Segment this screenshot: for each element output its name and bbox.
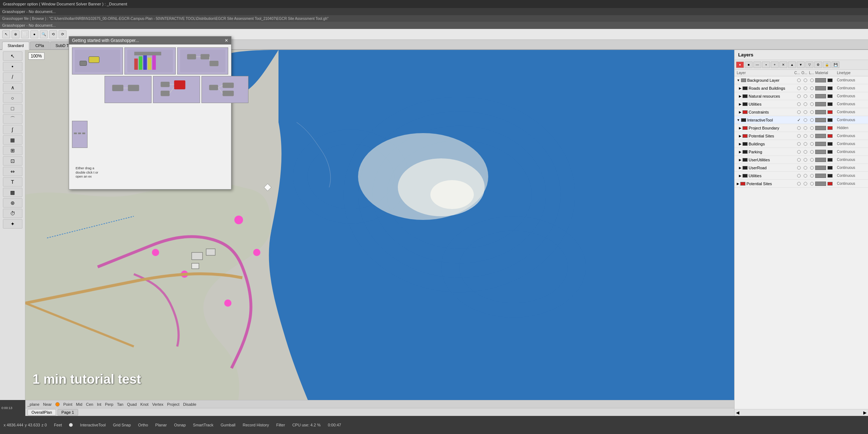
gh-thumb-2[interactable] bbox=[124, 47, 175, 75]
tab-standard[interactable]: Standard bbox=[2, 42, 29, 50]
layer-lock-buildings[interactable] bbox=[810, 142, 814, 146]
lt-btn-hatch[interactable]: ▩ bbox=[3, 188, 22, 197]
snap-point[interactable]: Point bbox=[63, 402, 72, 407]
layer-vis-ps[interactable] bbox=[804, 134, 807, 138]
layer-color-userutilities[interactable] bbox=[743, 158, 748, 162]
layer-vis-parking[interactable] bbox=[804, 150, 807, 154]
gh-thumb-3[interactable] bbox=[177, 47, 228, 75]
material-parking[interactable] bbox=[815, 150, 826, 154]
layer-vis-pb[interactable] bbox=[804, 126, 807, 130]
snap-tan[interactable]: Tan bbox=[117, 402, 123, 407]
gh-window-title-bar[interactable]: Getting started with Grasshopper... ✕ bbox=[69, 37, 231, 44]
status-smarttrack[interactable]: SmartTrack bbox=[193, 423, 213, 427]
layer-lock-ps[interactable] bbox=[810, 134, 814, 138]
layer-tb-filter[interactable]: ▽ bbox=[805, 61, 813, 68]
expand-projectboundary[interactable]: ▶ bbox=[739, 126, 741, 130]
expand-userroad[interactable]: ▶ bbox=[739, 166, 741, 170]
layer-color-roads[interactable] bbox=[743, 86, 748, 90]
status-gumball[interactable]: Gumball bbox=[221, 423, 235, 427]
layer-tb-delete[interactable]: ✕ bbox=[779, 61, 787, 68]
lt-btn-gumball[interactable]: ✦ bbox=[3, 219, 22, 229]
gh-window-close[interactable]: ✕ bbox=[225, 38, 228, 43]
layer-vis-userroad[interactable] bbox=[804, 166, 807, 170]
snap-near[interactable]: Near bbox=[43, 402, 52, 407]
layer-vis-ps2[interactable] bbox=[804, 182, 807, 186]
layer-tb-down[interactable]: ▼ bbox=[797, 61, 805, 68]
tab-overallplan[interactable]: OverallPlan bbox=[27, 409, 56, 416]
layer-lock-userroad[interactable] bbox=[810, 166, 814, 170]
layer-lock-pb[interactable] bbox=[810, 126, 814, 130]
layer-color-parking[interactable] bbox=[743, 150, 748, 154]
status-planar[interactable]: Planar bbox=[155, 423, 167, 427]
layer-color-ps2[interactable] bbox=[740, 182, 745, 186]
toolbar-btn-2[interactable]: ⊕ bbox=[12, 30, 20, 38]
layer-lock-util[interactable] bbox=[810, 102, 814, 106]
material-userroad[interactable] bbox=[815, 166, 826, 170]
lt-btn-group[interactable]: ⊛ bbox=[3, 198, 22, 208]
lt-btn-arc[interactable]: ⌒ bbox=[3, 114, 22, 124]
layer-vis-roads[interactable] bbox=[804, 86, 807, 90]
layer-color-utilities2[interactable] bbox=[743, 174, 748, 178]
layer-row-parking[interactable]: ▶ Parking Continuous bbox=[735, 148, 868, 156]
expand-roads[interactable]: ▶ bbox=[739, 86, 741, 90]
lt-btn-dimension[interactable]: ⇔ bbox=[3, 167, 22, 176]
layer-row-natural[interactable]: ▶ Natural resources Continuous bbox=[735, 92, 868, 100]
layer-color-userroad[interactable] bbox=[743, 166, 748, 170]
snap-cen[interactable]: Cen bbox=[86, 402, 93, 407]
snap-disable[interactable]: Disable bbox=[183, 402, 196, 407]
gh-thumb-7[interactable] bbox=[72, 121, 88, 148]
layer-lock-bg[interactable] bbox=[810, 78, 814, 82]
snap-quad[interactable]: Quad bbox=[127, 402, 137, 407]
layer-tb-material[interactable]: ■ bbox=[745, 61, 753, 68]
material-bg[interactable] bbox=[815, 78, 826, 82]
gh-thumb-6[interactable] bbox=[201, 76, 248, 103]
layer-color-constraints[interactable] bbox=[743, 110, 748, 114]
layer-color-natural[interactable] bbox=[743, 94, 748, 98]
expand-buildings[interactable]: ▶ bbox=[739, 142, 741, 146]
layer-vis-const[interactable] bbox=[804, 110, 807, 114]
layer-row-potentialsites2[interactable]: ▶ Potential Sites Continuous bbox=[735, 180, 868, 188]
layer-color-utilities[interactable] bbox=[743, 102, 748, 106]
menu-item-grasshopper[interactable]: Grasshopper - No document... bbox=[2, 9, 56, 14]
material-buildings[interactable] bbox=[815, 142, 826, 146]
lt-btn-text[interactable]: T bbox=[3, 177, 22, 187]
layer-color-buildings[interactable] bbox=[743, 142, 748, 146]
layer-color-ps[interactable] bbox=[743, 134, 748, 138]
tab-page1[interactable]: Page 1 bbox=[58, 409, 78, 416]
layer-vis-bg[interactable] bbox=[804, 78, 807, 82]
gh-thumb-4[interactable] bbox=[105, 76, 152, 103]
layer-color-pb[interactable] bbox=[743, 126, 748, 130]
snap-plane[interactable]: _plane bbox=[27, 402, 39, 407]
status-ortho[interactable]: Ortho bbox=[138, 423, 148, 427]
snap-perp[interactable]: Perp bbox=[105, 402, 113, 407]
expand-ps2[interactable]: ▶ bbox=[737, 182, 739, 186]
layer-row-constraints[interactable]: ▶ Constraints Continuous bbox=[735, 108, 868, 116]
lt-btn-line[interactable]: / bbox=[3, 72, 22, 82]
layer-row-background[interactable]: ▼ Background Layer Continuous bbox=[735, 76, 868, 84]
status-record-history[interactable]: Record History bbox=[243, 423, 269, 427]
expand-utilities2[interactable]: ▶ bbox=[739, 174, 741, 178]
toolbar-btn-7[interactable]: ⟳ bbox=[59, 30, 67, 38]
status-osnap[interactable]: Osnap bbox=[174, 423, 186, 427]
layer-vis-userutilities[interactable] bbox=[804, 158, 807, 162]
layer-tb-printwidth[interactable]: ▪ bbox=[762, 61, 770, 68]
layer-lock-roads[interactable] bbox=[810, 86, 814, 90]
snap-knot[interactable]: Knot bbox=[140, 402, 149, 407]
toolbar-btn-4[interactable]: ● bbox=[30, 30, 38, 38]
lt-btn-history[interactable]: ⏱ bbox=[3, 209, 22, 218]
layer-tb-settings[interactable]: ⚙ bbox=[814, 61, 822, 68]
layer-row-interactive[interactable]: ▼ InteractiveTool ✓ Continuous bbox=[735, 116, 868, 124]
lt-btn-polyline[interactable]: ∧ bbox=[3, 83, 22, 92]
lt-btn-surface[interactable]: ▦ bbox=[3, 135, 22, 145]
snap-vertex[interactable]: Vertex bbox=[152, 402, 163, 407]
expand-background[interactable]: ▼ bbox=[737, 78, 740, 82]
layer-lock-parking[interactable] bbox=[810, 150, 814, 154]
layer-row-buildings[interactable]: ▶ Buildings Continuous bbox=[735, 140, 868, 148]
layer-lock-userutilities[interactable] bbox=[810, 158, 814, 162]
status-gridsnap[interactable]: Grid Snap bbox=[113, 423, 131, 427]
material-const[interactable] bbox=[815, 110, 826, 114]
snap-mid[interactable]: Mid bbox=[76, 402, 82, 407]
layer-vis-utilities2[interactable] bbox=[804, 174, 807, 178]
material-userutilities[interactable] bbox=[815, 158, 826, 162]
layer-tb-new[interactable]: + bbox=[771, 61, 779, 68]
